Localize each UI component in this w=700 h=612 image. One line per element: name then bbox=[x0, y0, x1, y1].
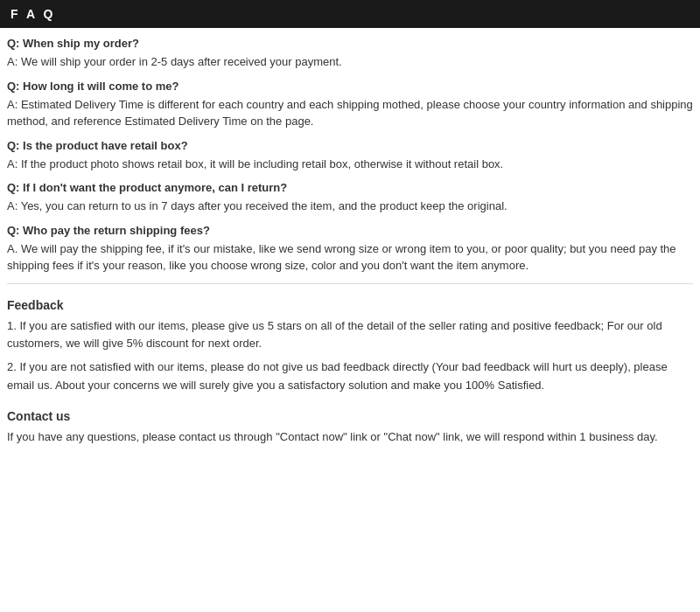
feedback-point-1: 1. If you are satisfied with our items, … bbox=[7, 317, 693, 354]
contact-text: If you have any questions, please contac… bbox=[7, 428, 693, 447]
feedback-section: Feedback 1. If you are satisfied with ou… bbox=[7, 298, 693, 395]
feedback-title: Feedback bbox=[7, 298, 693, 312]
feedback-point-2: 2. If you are not satisfied with our ite… bbox=[7, 358, 693, 395]
faq-header: F A Q bbox=[0, 0, 700, 28]
faq-item-4: Q: If I don't want the product anymore, … bbox=[7, 181, 693, 215]
faq-question-1: Q: When ship my order? bbox=[7, 37, 693, 50]
faq-answer-5: A. We will pay the shipping fee, if it's… bbox=[7, 240, 693, 275]
faq-item-2: Q: How long it will come to me? A: Estim… bbox=[7, 80, 693, 130]
faq-answer-1: A: We will ship your order in 2-5 days a… bbox=[7, 53, 693, 71]
faq-answer-3: A: If the product photo shows retail box… bbox=[7, 156, 693, 173]
contact-section: Contact us If you have any questions, pl… bbox=[7, 409, 693, 447]
section-divider bbox=[7, 283, 693, 284]
faq-item-5: Q: Who pay the return shipping fees? A. … bbox=[7, 224, 693, 275]
faq-item-3: Q: Is the product have retail box? A: If… bbox=[7, 139, 693, 173]
faq-question-4: Q: If I don't want the product anymore, … bbox=[7, 181, 693, 194]
faq-question-5: Q: Who pay the return shipping fees? bbox=[7, 224, 693, 237]
faq-question-3: Q: Is the product have retail box? bbox=[7, 139, 693, 152]
contact-title: Contact us bbox=[7, 409, 693, 423]
faq-answer-4: A: Yes, you can return to us in 7 days a… bbox=[7, 198, 693, 215]
faq-answer-2: A: Estimated Delivery Time is different … bbox=[7, 96, 693, 130]
faq-question-2: Q: How long it will come to me? bbox=[7, 80, 693, 93]
faq-item-1: Q: When ship my order? A: We will ship y… bbox=[7, 37, 693, 71]
faq-title: F A Q bbox=[10, 7, 55, 21]
